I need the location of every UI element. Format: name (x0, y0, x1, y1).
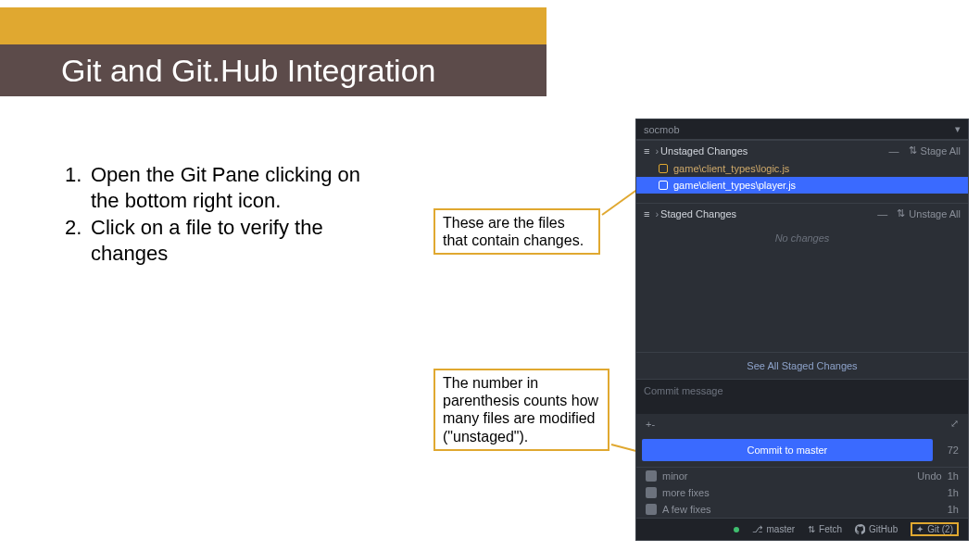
branch-name: master (767, 524, 796, 534)
file-path: game\client_types\player.js (673, 180, 796, 191)
stage-all-label: Stage All (921, 145, 961, 157)
recent-commit-row[interactable]: minor Undo 1h (636, 468, 968, 484)
callout-count: The number in parenthesis counts how man… (433, 369, 609, 451)
updown-icon: ⇅ (909, 144, 917, 157)
github-icon (855, 524, 865, 534)
commit-button[interactable]: Commit to master (642, 439, 933, 461)
file-status-icon (659, 164, 668, 173)
file-status-icon (659, 181, 668, 190)
instruction-number: 1. (65, 162, 91, 213)
commit-meta-row: +- ⤢ (636, 414, 968, 433)
undo-button[interactable]: Undo (917, 470, 941, 482)
unstage-all-label: Unstage All (909, 208, 961, 219)
instruction-item: 1. Open the Git Pane clicking on the bot… (65, 162, 361, 213)
git-pane-header: socmob ▾ (636, 119, 968, 140)
staged-label[interactable]: Staged Changes (655, 208, 736, 219)
instruction-item: 2. Click on a file to verify the changes (65, 215, 361, 266)
hamburger-icon[interactable]: ≡ (644, 208, 649, 219)
amend-symbol[interactable]: +- (646, 419, 655, 430)
commit-msg: more fixes (662, 487, 710, 498)
unstaged-file-row[interactable]: game\client_types\logic.js (636, 160, 968, 177)
unstaged-section-header: ≡ Unstaged Changes — ⇅ Stage All (636, 140, 968, 160)
status-dot-icon (734, 527, 739, 532)
expand-icon[interactable]: ⤢ (950, 418, 959, 430)
avatar (646, 470, 657, 482)
staged-empty-text: No changes (636, 223, 968, 260)
branch-indicator[interactable]: ⎇ master (752, 524, 796, 534)
commit-time: 1h (948, 504, 959, 515)
git-count-label: Git (2) (927, 524, 953, 534)
recent-commits: minor Undo 1h more fixes 1h A few fixes … (636, 467, 968, 518)
unstaged-file-row[interactable]: game\client_types\player.js (636, 177, 968, 194)
instruction-list: 1. Open the Git Pane clicking on the bot… (65, 162, 361, 268)
git-icon: ✦ (916, 524, 923, 534)
commit-count: 72 (938, 445, 968, 456)
git-pane: socmob ▾ ≡ Unstaged Changes — ⇅ Stage Al… (635, 119, 969, 541)
unstaged-label[interactable]: Unstaged Changes (655, 145, 748, 157)
updown-icon: ⇅ (897, 207, 905, 219)
title-band-accent (0, 7, 547, 44)
callout-files: These are the files that contain changes… (433, 208, 600, 255)
github-link[interactable]: GitHub (855, 524, 898, 534)
branch-icon: ⎇ (752, 524, 763, 534)
commit-msg: A few fixes (662, 504, 711, 515)
staged-section-header: ≡ Staged Changes — ⇅ Unstage All (636, 203, 968, 223)
instruction-number: 2. (65, 215, 91, 266)
title-band: Git and Git.Hub Integration (0, 7, 547, 94)
spacer (636, 260, 968, 352)
slide-title: Git and Git.Hub Integration (61, 53, 435, 89)
see-all-staged-link[interactable]: See All Staged Changes (636, 352, 968, 379)
chevron-down-icon[interactable]: ▾ (955, 123, 961, 135)
fetch-icon: ⇅ (808, 524, 815, 534)
recent-commit-row[interactable]: more fixes 1h (636, 484, 968, 501)
instruction-text: Open the Git Pane clicking on the bottom… (91, 162, 361, 213)
instruction-text: Click on a file to verify the changes (91, 215, 361, 266)
avatar (646, 487, 657, 498)
stage-all-button[interactable]: ⇅ Stage All (909, 144, 961, 157)
git-count-badge[interactable]: ✦ Git (2) (911, 522, 959, 536)
fetch-label: Fetch (819, 524, 842, 534)
project-name[interactable]: socmob (644, 124, 680, 135)
commit-msg: minor (662, 470, 688, 482)
avatar (646, 504, 657, 515)
minus-icon[interactable]: — (889, 145, 899, 157)
github-label: GitHub (869, 524, 898, 534)
hamburger-icon[interactable]: ≡ (644, 145, 649, 157)
fetch-button[interactable]: ⇅ Fetch (808, 524, 842, 534)
recent-commit-row[interactable]: A few fixes 1h (636, 501, 968, 518)
commit-message-input[interactable]: Commit message (636, 379, 968, 414)
unstage-all-button[interactable]: ⇅ Unstage All (897, 207, 961, 219)
minus-icon[interactable]: — (877, 208, 887, 219)
title-band-main: Git and Git.Hub Integration (0, 44, 547, 96)
status-bar: ⎇ master ⇅ Fetch GitHub ✦ Git (2) (636, 518, 968, 540)
commit-time: 1h (948, 470, 959, 482)
file-path: game\client_types\logic.js (673, 163, 789, 174)
commit-time: 1h (948, 487, 959, 498)
